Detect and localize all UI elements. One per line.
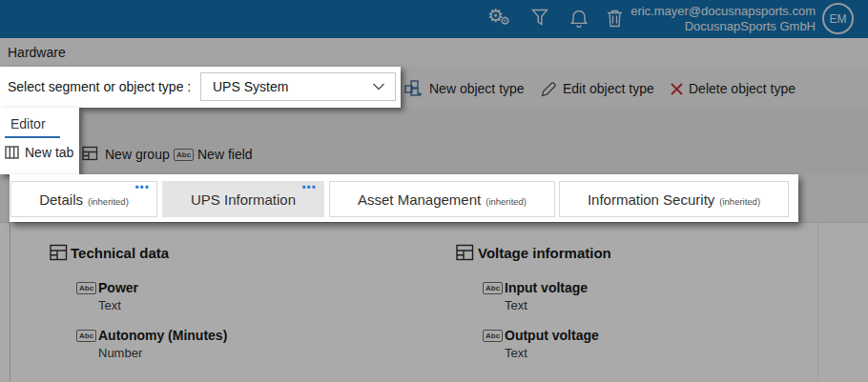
tab-asset-management[interactable]: Asset Management (inherited) [329,181,555,217]
tab-label: Asset Management [358,191,481,208]
tabs-row-highlight: Details (inherited) ••• UPS Information … [10,174,798,222]
segment-select-label: Select segment or object type : [8,79,191,94]
tab-editor[interactable]: Editor [10,116,46,131]
object-type-dropdown[interactable]: UPS System [200,72,396,101]
new-tab-button[interactable]: New tab [5,145,73,160]
dropdown-value: UPS System [213,79,288,94]
tab-menu-dots-icon[interactable]: ••• [301,182,317,193]
new-tab-label: New tab [25,145,73,160]
tab-label: Details [39,191,83,208]
tab-ups-information[interactable]: UPS Information ••• [162,181,324,217]
tab-information-security[interactable]: Information Security (inherited) [559,181,789,217]
new-tab-icon [5,145,19,160]
app-window: ⚙⚙ eric.mayer@docusnapsports.com Docusna… [0,0,868,382]
tab-suffix: (inherited) [88,196,129,207]
tab-details[interactable]: Details (inherited) ••• [10,181,157,217]
tab-menu-dots-icon[interactable]: ••• [134,182,150,193]
tab-label: UPS Information [191,191,296,208]
tab-suffix: (inherited) [719,196,760,207]
segment-select-highlight: Select segment or object type : UPS Syst… [0,67,401,108]
editor-tab-highlight: Editor New tab [0,108,79,174]
tab-label: Information Security [588,191,714,208]
editor-tab-underline [5,136,60,138]
tab-suffix: (inherited) [486,196,527,207]
chevron-down-icon [372,82,385,91]
